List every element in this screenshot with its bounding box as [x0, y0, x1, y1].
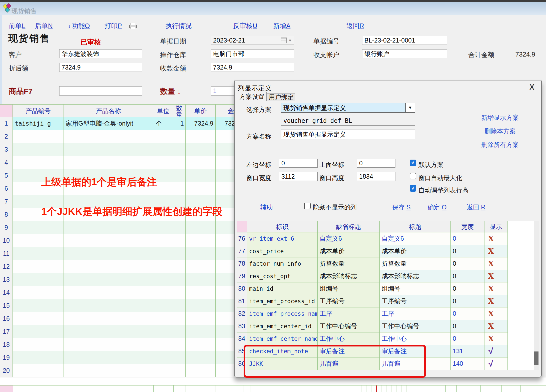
grid-cell[interactable]	[186, 351, 216, 364]
grid-cell[interactable]	[13, 221, 64, 234]
grid-cell[interactable]	[64, 273, 153, 286]
grid-cell[interactable]	[13, 260, 64, 273]
discounted-amount-field[interactable]: 7324.9	[59, 63, 142, 72]
grid-cell[interactable]	[173, 273, 186, 286]
toolbar-item-P[interactable]: 打印P	[105, 22, 122, 30]
back-button[interactable]: 返回 R	[467, 203, 485, 211]
dialog-table-cell-id[interactable]: item_emf_process_id	[247, 295, 318, 307]
dialog-table-row-number[interactable]: 78	[237, 257, 247, 270]
vertical-scrollbar[interactable]	[534, 221, 539, 370]
grid-cell[interactable]	[153, 364, 173, 377]
grid-header-3[interactable]: 单位	[153, 104, 173, 117]
win-width-input[interactable]: 3112	[279, 172, 318, 181]
dialog-table-row-number[interactable]: 77	[237, 245, 247, 257]
grid-cell[interactable]	[186, 286, 216, 299]
dialog-table-row-number[interactable]: 84	[237, 332, 247, 345]
grid-row-number[interactable]: 6	[0, 182, 13, 195]
grid-row-number[interactable]: 20	[0, 364, 13, 377]
dialog-table-cell-default-title[interactable]: 组编号	[318, 282, 380, 295]
dialog-table-cell-width[interactable]: 0	[451, 332, 484, 345]
delete-all-schemes-link[interactable]: 删除所有方案	[481, 141, 519, 149]
grid-cell[interactable]	[153, 325, 173, 338]
grid-cell[interactable]	[186, 234, 216, 247]
grid-cell[interactable]	[186, 312, 216, 325]
dialog-table-cell-title[interactable]: 工作中心	[380, 332, 451, 345]
dialog-table-cell-id[interactable]: item_emf_center_name	[247, 332, 318, 345]
grid-cell[interactable]	[13, 273, 64, 286]
grid-cell[interactable]	[186, 169, 216, 182]
grid-row-number[interactable]: 9	[0, 221, 13, 234]
grid-cell[interactable]: 1	[173, 117, 186, 130]
grid-cell[interactable]	[186, 221, 216, 234]
dialog-table-cell-title[interactable]: 折算数量	[380, 257, 451, 270]
grid-cell[interactable]	[13, 364, 64, 377]
grid-cell[interactable]	[153, 260, 173, 273]
grid-cell[interactable]	[173, 364, 186, 377]
grid-cell[interactable]	[153, 312, 173, 325]
grid-cell[interactable]	[153, 351, 173, 364]
grid-cell[interactable]	[173, 260, 186, 273]
grid-row-number[interactable]: 11	[0, 247, 13, 260]
dialog-table-cell-width[interactable]: 140	[451, 357, 484, 370]
grid-row-number[interactable]: 18	[0, 338, 13, 351]
grid-cell[interactable]	[186, 130, 216, 143]
dialog-table-header-2[interactable]: 缺省标题	[318, 221, 380, 232]
dialog-table-header-0[interactable]: −	[237, 221, 247, 232]
dialog-table-row-number[interactable]: 83	[237, 320, 247, 332]
dialog-table-cell-title[interactable]: 工序	[380, 307, 451, 320]
grid-cell[interactable]	[13, 130, 64, 143]
received-amount-field[interactable]: 7324.9	[211, 63, 294, 72]
calendar-icon[interactable]	[281, 38, 287, 43]
grid-cell[interactable]	[13, 325, 64, 338]
left-coord-input[interactable]: 0	[279, 159, 318, 168]
grid-cell[interactable]	[64, 143, 153, 156]
dialog-table-header-3[interactable]: 标题	[380, 221, 451, 232]
dialog-table-cell-visible[interactable]: X	[484, 270, 508, 282]
grid-cell[interactable]	[186, 182, 216, 195]
grid-cell[interactable]	[64, 286, 153, 299]
dialog-table-row-number[interactable]: 79	[237, 270, 247, 282]
dialog-table-cell-width[interactable]: 131	[451, 345, 484, 357]
toolbar-item-U[interactable]: 反审核U	[233, 22, 257, 30]
grid-cell[interactable]	[64, 130, 153, 143]
grid-cell[interactable]	[186, 273, 216, 286]
scrollbar-thumb[interactable]	[534, 351, 538, 365]
win-height-input[interactable]: 1834	[357, 172, 395, 181]
dialog-table-header-4[interactable]: 宽度	[451, 221, 484, 232]
close-icon[interactable]: X	[529, 83, 534, 92]
grid-cell[interactable]	[13, 234, 64, 247]
dialog-table-cell-visible[interactable]: X	[484, 332, 508, 345]
grid-cell[interactable]	[173, 338, 186, 351]
grid-cell[interactable]	[153, 156, 173, 169]
grid-header-5[interactable]: 单价	[186, 104, 216, 117]
grid-row-number[interactable]: 13	[0, 273, 13, 286]
dialog-table-cell-width[interactable]: 0	[451, 270, 484, 282]
grid-header-1[interactable]: 产品编号	[13, 104, 64, 117]
grid-cell[interactable]	[153, 234, 173, 247]
dialog-table-cell-width[interactable]: 0	[451, 232, 484, 245]
dialog-table-cell-width[interactable]: 0	[451, 295, 484, 307]
printer-icon[interactable]	[129, 23, 136, 29]
grid-cell[interactable]	[186, 364, 216, 377]
doc-no-field[interactable]: BL-23-02-21-0001	[362, 36, 447, 45]
grid-row-number[interactable]: 3	[0, 143, 13, 156]
dialog-table-cell-default-title[interactable]: 工作中心	[318, 332, 380, 345]
grid-cell[interactable]	[64, 364, 153, 377]
dialog-table-row-number[interactable]: 76	[237, 232, 247, 245]
grid-cell[interactable]: taishiji_g	[13, 117, 64, 130]
grid-cell[interactable]	[173, 130, 186, 143]
dialog-table-cell-id[interactable]: res_cost_opt	[247, 270, 318, 282]
grid-cell[interactable]	[186, 247, 216, 260]
grid-cell[interactable]	[13, 247, 64, 260]
add-scheme-link[interactable]: 新增显示方案	[481, 114, 519, 122]
tab-user-binding[interactable]: 用户绑定	[267, 93, 295, 101]
aux-button[interactable]: ↓辅助	[257, 203, 273, 211]
grid-cell[interactable]	[186, 325, 216, 338]
dialog-table-cell-id[interactable]: item_emf_process_name	[247, 307, 318, 320]
pay-account-field[interactable]: 银行账户	[362, 49, 447, 58]
grid-cell[interactable]	[153, 273, 173, 286]
grid-cell[interactable]	[173, 299, 186, 312]
grid-cell[interactable]: 家用G型电脑-金奥-onlyit	[64, 117, 153, 130]
grid-row-number[interactable]: 4	[0, 156, 13, 169]
grid-cell[interactable]	[64, 299, 153, 312]
